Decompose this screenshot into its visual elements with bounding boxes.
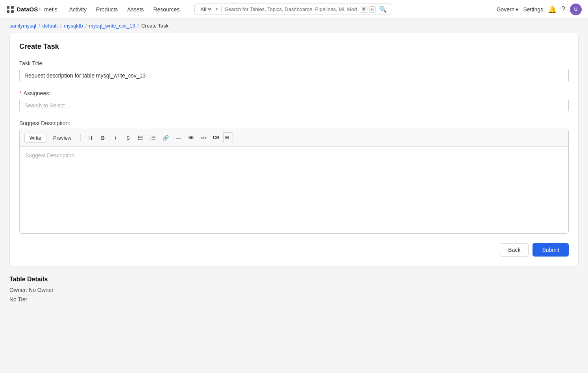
svg-rect-2 <box>7 10 9 13</box>
breadcrumb: sanitymysql / default / mysqldb / mysql_… <box>0 19 588 33</box>
md-toolbar: Write Preview H B I S <box>20 129 568 147</box>
task-title-group: Task Title: <box>19 60 569 82</box>
notification-icon[interactable]: 🔔 <box>548 5 557 14</box>
owner-row: Owner: No Owner <box>9 287 579 293</box>
owner-label: Owner: <box>9 287 27 293</box>
heading-btn[interactable]: H <box>85 132 96 143</box>
svg-rect-11 <box>152 136 155 137</box>
suggest-description-label: Suggest Description: <box>19 120 569 126</box>
svg-rect-9 <box>139 139 143 140</box>
table-details-title: Table Details <box>9 276 579 283</box>
search-icon[interactable]: 🔍 <box>379 6 387 13</box>
code-btn[interactable]: </> <box>198 132 209 143</box>
code-block-btn[interactable]: CB <box>211 132 222 143</box>
task-title-input[interactable] <box>19 69 569 82</box>
strikethrough-btn[interactable]: S <box>122 132 133 143</box>
svg-rect-1 <box>11 6 14 9</box>
search-input[interactable] <box>225 6 357 12</box>
hr-btn[interactable]: — <box>173 132 184 143</box>
kbd-k: K <box>369 6 376 13</box>
nav-resources[interactable]: Resources <box>149 4 183 15</box>
suggest-description-group: Suggest Description: Write Preview H B I… <box>19 120 569 234</box>
required-marker: * <box>19 90 21 96</box>
owner-value: No Owner <box>29 287 54 293</box>
svg-text:3.: 3. <box>150 138 152 140</box>
govern-label: Govern <box>496 6 514 13</box>
tier-row: No Tier <box>9 296 579 303</box>
ordered-list-btn[interactable]: 1. 2. 3. <box>148 132 159 143</box>
product-name: metis <box>44 6 57 13</box>
svg-point-8 <box>138 139 139 140</box>
search-filter-chevron: ▾ <box>216 7 218 12</box>
create-task-title: Create Task <box>19 42 569 51</box>
breadcrumb-default[interactable]: default <box>43 23 58 29</box>
svg-rect-7 <box>139 138 143 138</box>
write-tab[interactable]: Write <box>24 133 46 143</box>
settings-link[interactable]: Settings <box>523 6 543 13</box>
help-icon[interactable]: ? <box>561 5 565 13</box>
breadcrumb-sep-3: / <box>85 23 87 29</box>
breadcrumb-create-task: Create Task <box>141 23 168 29</box>
breadcrumb-sep-1: / <box>39 23 40 29</box>
nav-activity[interactable]: Activity <box>65 4 91 15</box>
svg-rect-3 <box>11 10 14 13</box>
link-btn[interactable]: 🔗 <box>160 132 171 143</box>
assignees-group: * Assignees: <box>19 90 569 112</box>
logo-text: DataOS® <box>17 6 41 13</box>
preview-tab[interactable]: Preview <box>48 133 76 143</box>
italic-btn[interactable]: I <box>110 132 121 143</box>
markdown-btn[interactable]: M↓ <box>223 132 233 143</box>
search-bar: All ▾ ⌘ K 🔍 <box>194 4 391 15</box>
kbd-cmd: ⌘ <box>360 6 368 13</box>
toolbar-divider <box>80 134 81 142</box>
user-avatar[interactable]: U <box>570 4 582 15</box>
editor-content[interactable]: Suggest Description <box>20 147 568 233</box>
dataos-icon <box>6 6 14 13</box>
breadcrumb-sep-4: / <box>137 23 139 29</box>
app-logo[interactable]: DataOS® metis <box>6 6 57 13</box>
svg-rect-0 <box>7 6 9 9</box>
nav-right: Govern ▾ Settings 🔔 ? U <box>496 4 582 15</box>
editor-placeholder: Suggest Description <box>25 152 74 159</box>
unordered-list-btn[interactable] <box>135 132 146 143</box>
submit-button[interactable]: Submit <box>533 243 569 257</box>
breadcrumb-sanitymysql[interactable]: sanitymysql <box>9 23 36 29</box>
breadcrumb-sep-2: / <box>60 23 62 29</box>
breadcrumb-mysql-write-csv[interactable]: mysql_write_csv_13 <box>89 23 135 29</box>
tier-value: No Tier <box>9 296 27 303</box>
table-details-section: Table Details Owner: No Owner No Tier <box>9 276 579 310</box>
create-task-card: Create Task Task Title: * Assignees: Sug… <box>9 33 579 266</box>
markdown-editor: Write Preview H B I S <box>19 129 569 234</box>
svg-point-4 <box>138 136 139 137</box>
bold-btn[interactable]: B <box>97 132 108 143</box>
svg-rect-13 <box>152 138 155 138</box>
svg-rect-5 <box>139 136 143 137</box>
navbar: DataOS® metis Activity Products Assets R… <box>0 0 588 19</box>
assignees-label: * Assignees: <box>19 90 569 96</box>
back-button[interactable]: Back <box>500 243 529 257</box>
breadcrumb-mysqldb[interactable]: mysqldb <box>64 23 83 29</box>
search-keyboard-shortcut: ⌘ K <box>360 6 376 13</box>
main-content: Create Task Task Title: * Assignees: Sug… <box>0 33 588 320</box>
svg-point-6 <box>138 137 139 138</box>
search-divider <box>221 6 222 13</box>
form-actions: Back Submit <box>19 243 569 257</box>
quote-btn[interactable]: 66 <box>185 132 196 143</box>
search-filter-dropdown[interactable]: All <box>199 6 213 13</box>
svg-rect-15 <box>152 139 155 140</box>
nav-assets[interactable]: Assets <box>123 4 148 15</box>
govern-dropdown[interactable]: Govern ▾ <box>496 6 518 13</box>
task-title-label: Task Title: <box>19 60 569 66</box>
assignees-input[interactable] <box>19 99 569 112</box>
govern-chevron: ▾ <box>516 6 518 13</box>
nav-links: Activity Products Assets Resources <box>65 4 184 15</box>
nav-products[interactable]: Products <box>92 4 122 15</box>
